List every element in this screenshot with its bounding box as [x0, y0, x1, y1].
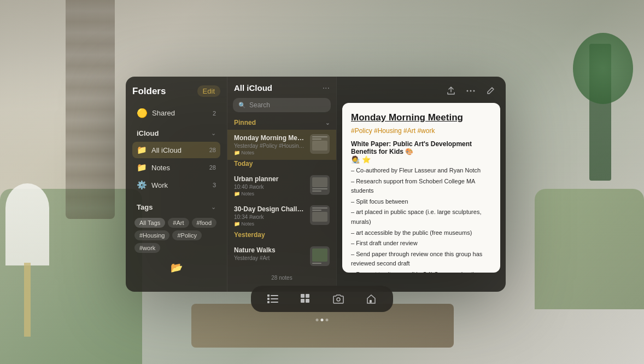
tag-chip-food[interactable]: #food — [192, 218, 217, 228]
note-item-nature[interactable]: Nature Walks Yesterday #Art — [227, 242, 336, 270]
pinned-chevron: ⌄ — [325, 120, 330, 126]
svg-rect-5 — [267, 298, 270, 300]
svg-rect-8 — [271, 302, 278, 303]
tags-title: Tags — [137, 203, 153, 211]
note-thumb-monday — [310, 134, 330, 154]
folder-item-notes[interactable]: 📁 Notes 28 — [132, 159, 220, 176]
share-button[interactable] — [443, 83, 459, 99]
note-thumb-urban — [310, 175, 330, 195]
folders-title: Folders — [132, 86, 166, 97]
folder-left: 📁 All iCloud — [137, 145, 182, 155]
search-bar[interactable]: 🔍 Search — [233, 98, 331, 112]
notes-list-title: All iCloud — [234, 83, 272, 93]
edit-button[interactable]: Edit — [197, 85, 220, 97]
folder-icon-all: 📁 — [137, 145, 147, 155]
bottom-toolbar — [251, 286, 393, 312]
more-options-button[interactable] — [463, 83, 478, 99]
folder-name-notes: Notes — [151, 164, 170, 172]
lamp-shade — [5, 183, 49, 265]
yesterday-section-label: Yesterday — [227, 231, 336, 242]
note-thumb-nature — [310, 246, 330, 266]
svg-rect-3 — [267, 294, 270, 297]
shared-label: Shared — [152, 109, 175, 117]
compose-button[interactable] — [483, 83, 498, 99]
icloud-title: iCloud — [137, 129, 159, 137]
svg-point-1 — [470, 90, 472, 92]
app-container: Folders Edit 🟡 Shared 2 iCloud ⌄ 📁 All i… — [126, 77, 506, 292]
note-folder-monday: 📁 Notes — [234, 150, 306, 155]
detail-toolbar — [337, 77, 506, 103]
add-folder-icon[interactable]: 📂 — [171, 262, 183, 274]
tag-chip-policy[interactable]: #Policy — [172, 230, 201, 240]
folder-icon-notes: 📁 — [137, 163, 147, 172]
search-icon: 🔍 — [238, 102, 246, 109]
note-detail-content: Monday Morning Meeting #Policy #Housing … — [342, 103, 500, 273]
dot-1 — [316, 319, 319, 321]
note-preview-design: 30-Day Design Challenge 10:34 #work 📁 No… — [234, 205, 306, 227]
note-item-design[interactable]: 30-Day Design Challenge 10:34 #work 📁 No… — [227, 201, 336, 231]
folders-header: Folders Edit — [132, 85, 220, 97]
sidebar-bottom: 📂 — [132, 262, 220, 274]
folder-name-all: All iCloud — [151, 146, 182, 154]
today-label: Today — [234, 160, 253, 167]
yesterday-label: Yesterday — [234, 231, 265, 239]
note-preview-urban: Urban planner 10:40 #work 📁 Notes — [234, 175, 306, 197]
chair-right — [535, 189, 644, 309]
dot-3 — [326, 319, 329, 321]
svg-rect-9 — [301, 294, 305, 298]
dot-2 — [321, 319, 324, 321]
folder-icon-work: ⚙️ — [137, 180, 147, 190]
note-meta-design: 10:34 #work — [234, 214, 306, 220]
folder-item-work[interactable]: ⚙️ Work 3 — [132, 177, 220, 193]
folders-panel: Folders Edit 🟡 Shared 2 iCloud ⌄ 📁 All i… — [126, 77, 227, 292]
note-meta-urban: 10:40 #work — [234, 184, 306, 190]
folder-name-work: Work — [151, 181, 168, 189]
white-paper-title: White Paper: Public Art's Development Be… — [351, 140, 491, 164]
tag-chip-work[interactable]: #work — [134, 243, 160, 253]
folder-count-work: 3 — [207, 182, 216, 188]
folder-count-all: 28 — [207, 147, 216, 153]
shared-item[interactable]: 🟡 Shared 2 — [132, 105, 220, 122]
note-title-design: 30-Day Design Challenge — [234, 205, 306, 213]
lamp-pole — [24, 263, 31, 337]
tag-chip-all[interactable]: All Tags — [134, 218, 165, 228]
note-folder-design: 📁 Notes — [234, 221, 306, 227]
svg-rect-12 — [306, 299, 309, 303]
dot-indicator — [316, 319, 329, 321]
curtain — [66, 0, 115, 219]
folder-item-all-icloud[interactable]: 📁 All iCloud 28 — [132, 142, 220, 158]
tags-section: Tags ⌄ All Tags #Art #food #Housing #Pol… — [132, 201, 220, 253]
tags-chevron: ⌄ — [211, 204, 216, 211]
note-meta-nature: Yesterday #Art — [234, 255, 306, 261]
tag-chip-art[interactable]: #Art — [168, 218, 189, 228]
tags-header: Tags ⌄ — [132, 201, 220, 213]
note-thumb-design — [310, 205, 330, 225]
icloud-chevron: ⌄ — [211, 130, 216, 137]
notes-more-button[interactable]: ··· — [323, 84, 330, 93]
tag-chip-housing[interactable]: #Housing — [134, 230, 169, 240]
home-button[interactable] — [362, 290, 380, 308]
svg-rect-14 — [370, 300, 372, 303]
pinned-section-label: Pinned ⌄ — [227, 119, 336, 130]
note-title-urban: Urban planner — [234, 175, 306, 183]
grid-view-button[interactable] — [297, 290, 314, 308]
notes-count: 28 notes — [227, 270, 336, 285]
list-view-button[interactable] — [264, 290, 282, 308]
note-preview-nature: Nature Walks Yesterday #Art — [234, 246, 306, 261]
detail-body: – Co-authored by Fleur Lasseur and Ryan … — [351, 166, 491, 273]
shared-badge: 2 — [207, 110, 216, 117]
notes-list-header: All iCloud ··· — [227, 83, 336, 98]
svg-rect-4 — [271, 295, 278, 296]
note-detail-panel: Monday Morning Meeting #Policy #Housing … — [336, 77, 506, 292]
tags-grid: All Tags #Art #food #Housing #Policy #wo… — [132, 218, 220, 253]
pinned-label: Pinned — [234, 119, 256, 126]
detail-tags: #Policy #Housing #Art #work — [351, 127, 491, 135]
note-item-urban[interactable]: Urban planner 10:40 #work 📁 Notes — [227, 171, 336, 201]
note-meta-monday: Yesterday #Policy #Housing #... — [234, 143, 306, 149]
svg-rect-10 — [306, 294, 309, 298]
svg-rect-11 — [301, 299, 305, 303]
svg-rect-6 — [271, 298, 278, 299]
camera-button[interactable] — [330, 290, 347, 308]
search-placeholder: Search — [249, 101, 270, 109]
note-item-monday[interactable]: Monday Morning Meeting Yesterday #Policy… — [227, 130, 336, 160]
